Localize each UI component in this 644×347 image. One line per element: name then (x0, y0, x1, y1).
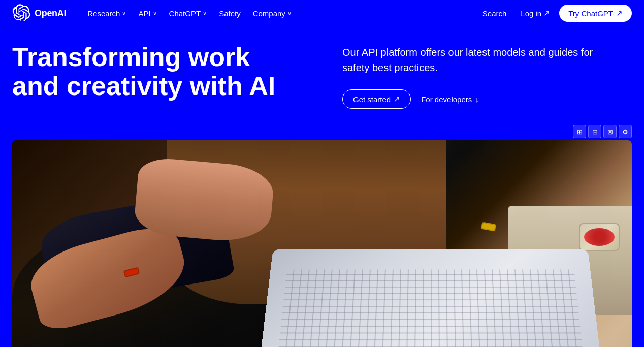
hero-buttons: Get started ↗ For developers ↓ (342, 89, 632, 109)
nav-safety[interactable]: Safety (214, 6, 246, 21)
nav-company[interactable]: Company ∨ (248, 6, 297, 21)
toolbar-icon-2[interactable]: ⊟ (588, 125, 601, 138)
chevron-down-icon: ∨ (287, 10, 292, 17)
nav-right: Search Log in ↗ Try ChatGPT ↗ (477, 5, 632, 22)
try-chatgpt-button[interactable]: Try ChatGPT ↗ (559, 5, 632, 22)
image-toolbar: ⊞ ⊟ ⊠ ⚙ (12, 121, 632, 140)
hero-description: Our API platform offers our latest model… (342, 45, 606, 75)
search-button[interactable]: Search (477, 6, 512, 21)
arrow-icon: ↗ (543, 9, 550, 18)
gold-watch-element (481, 222, 496, 232)
hero-right: Our API platform offers our latest model… (322, 43, 632, 109)
hero-headline: Transforming work and creativity with AI (12, 43, 276, 101)
for-developers-button[interactable]: For developers ↓ (421, 95, 479, 104)
phone-element (579, 223, 620, 251)
settings-icon[interactable]: ⚙ (619, 125, 632, 138)
logo[interactable]: OpenAI (12, 4, 66, 22)
nav-chatgpt[interactable]: ChatGPT ∨ (164, 6, 212, 21)
arrow-icon: ↗ (394, 94, 400, 104)
nav-research[interactable]: Research ∨ (82, 6, 131, 21)
chevron-down-icon: ∨ (153, 10, 157, 17)
nav-api[interactable]: API ∨ (133, 6, 162, 21)
nav-links: Research ∨ API ∨ ChatGPT ∨ Safety Compan… (82, 6, 477, 21)
toolbar-icon-3[interactable]: ⊠ (603, 125, 617, 138)
scene-background (12, 140, 632, 347)
hero-left: Transforming work and creativity with AI (12, 43, 322, 101)
get-started-button[interactable]: Get started ↗ (342, 89, 411, 109)
hero-section: Transforming work and creativity with AI… (0, 26, 644, 121)
hero-image (12, 140, 632, 347)
arrow-down-icon: ↓ (475, 95, 479, 104)
toolbar-icon-1[interactable]: ⊞ (573, 125, 586, 138)
brand-name: OpenAI (35, 8, 66, 19)
openai-logo-icon (12, 4, 30, 22)
login-button[interactable]: Log in ↗ (516, 6, 555, 21)
laptop-element (260, 249, 601, 347)
chevron-down-icon: ∨ (122, 10, 126, 17)
arrow-icon: ↗ (616, 9, 623, 18)
image-section: ⊞ ⊟ ⊠ ⚙ (0, 121, 644, 347)
chevron-down-icon: ∨ (203, 10, 207, 17)
navigation: OpenAI Research ∨ API ∨ ChatGPT ∨ Safety… (0, 0, 644, 26)
